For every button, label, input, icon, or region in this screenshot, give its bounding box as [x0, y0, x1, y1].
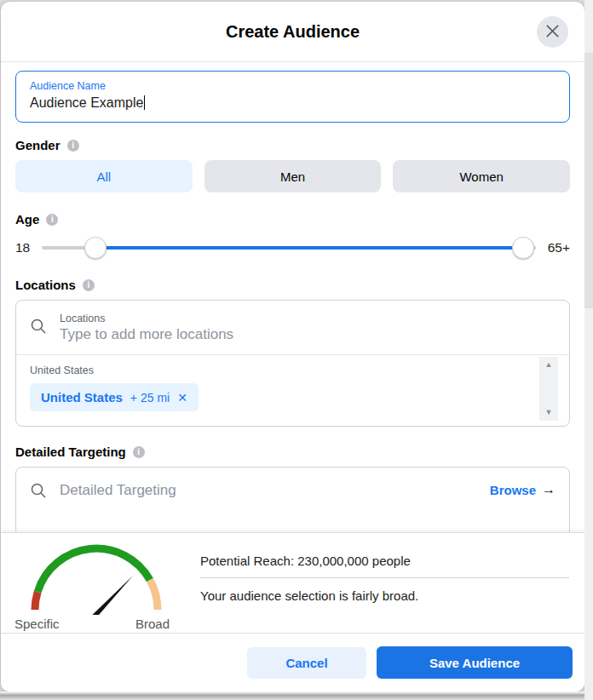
arrow-right-icon: → — [542, 482, 556, 497]
gender-label: Gender — [15, 138, 60, 152]
location-pill-remove-icon[interactable]: ✕ — [177, 392, 187, 404]
dialog-title: Create Audience — [226, 22, 360, 42]
gender-option-men[interactable]: Men — [204, 160, 382, 192]
reach-divider — [200, 577, 569, 578]
locations-box: Locations Type to add more locations Uni… — [15, 300, 570, 427]
info-icon[interactable]: i — [67, 140, 79, 152]
location-pill-name: United States — [41, 390, 123, 405]
age-slider[interactable] — [42, 236, 535, 260]
locations-placeholder: Type to add more locations — [60, 326, 233, 343]
scroll-up-icon[interactable]: ▲ — [545, 361, 553, 369]
dialog-body: Audience Name Audience Example Gender i … — [1, 62, 584, 536]
close-icon — [544, 23, 561, 42]
create-audience-dialog: Create Audience Audience Name Audience E… — [1, 2, 584, 691]
dialog-footer: Specific Broad Potential Reach: 230,000,… — [1, 532, 584, 691]
reach-summary-block: Potential Reach: 230,000,000 people Your… — [188, 540, 569, 633]
gender-option-women[interactable]: Women — [393, 160, 570, 192]
gauge-segment-specific — [35, 592, 37, 610]
search-icon — [30, 318, 47, 338]
detailed-targeting-input[interactable]: Detailed Targeting Browse → — [15, 467, 570, 536]
search-icon — [30, 482, 47, 502]
age-slider-handle-max[interactable] — [512, 237, 534, 259]
age-min-label: 18 — [15, 240, 30, 255]
info-icon[interactable]: i — [83, 279, 95, 291]
page-scrollbar[interactable] — [584, 0, 593, 700]
gauge-broad-label: Broad — [135, 617, 170, 631]
age-slider-fill — [95, 246, 523, 250]
text-cursor — [144, 95, 145, 110]
action-button-row: Cancel Save Audience — [1, 633, 584, 691]
close-button[interactable] — [537, 16, 568, 48]
info-icon[interactable]: i — [133, 446, 145, 458]
location-pill: United States + 25 mi ✕ — [30, 383, 199, 411]
cancel-button[interactable]: Cancel — [247, 647, 366, 679]
info-icon[interactable]: i — [46, 214, 58, 226]
save-audience-button[interactable]: Save Audience — [377, 646, 573, 679]
age-section: Age i 18 65+ — [15, 212, 570, 260]
gauge-specific-label: Specific — [14, 617, 60, 631]
reach-gauge: Specific Broad — [11, 540, 188, 633]
detailed-targeting-section: Detailed Targeting i Detailed Targeting … — [15, 445, 570, 536]
page-bottom-shadow — [0, 691, 584, 700]
locations-search-input[interactable]: Locations Type to add more locations — [16, 301, 569, 355]
gender-section: Gender i All Men Women — [15, 138, 570, 192]
page-scrollbar-thumb[interactable] — [584, 53, 593, 308]
age-label: Age — [15, 212, 39, 227]
dialog-header: Create Audience — [1, 2, 584, 62]
age-slider-handle-min[interactable] — [84, 237, 107, 259]
age-max-label: 65+ — [548, 240, 570, 255]
potential-reach-text: Potential Reach: 230,000,000 people — [200, 554, 569, 568]
locations-input-label: Locations — [60, 313, 233, 324]
browse-button[interactable]: Browse → — [490, 482, 556, 497]
location-pill-radius: + 25 mi — [130, 391, 170, 405]
location-group-label: United States — [30, 364, 556, 376]
scroll-down-icon[interactable]: ▼ — [545, 409, 553, 416]
gauge-dial — [11, 540, 181, 615]
audience-name-input[interactable]: Audience Name Audience Example — [15, 71, 570, 123]
gender-option-all[interactable]: All — [15, 160, 193, 192]
detailed-targeting-placeholder: Detailed Targeting — [60, 482, 477, 499]
locations-section: Locations i Locations Type to add more l… — [15, 278, 570, 427]
audience-name-label: Audience Name — [30, 80, 556, 92]
gauge-segment-broad — [150, 580, 158, 610]
locations-selected-list: United States United States + 25 mi ✕ — [16, 355, 569, 411]
locations-label: Locations — [15, 278, 76, 292]
detailed-targeting-label: Detailed Targeting — [15, 445, 126, 459]
locations-scrollbar[interactable]: ▲ ▼ — [539, 357, 558, 421]
gauge-segment-mid — [37, 548, 150, 592]
gauge-needle — [84, 576, 134, 615]
audience-breadth-text: Your audience selection is fairly broad. — [200, 588, 569, 603]
audience-name-value: Audience Example — [30, 95, 556, 111]
